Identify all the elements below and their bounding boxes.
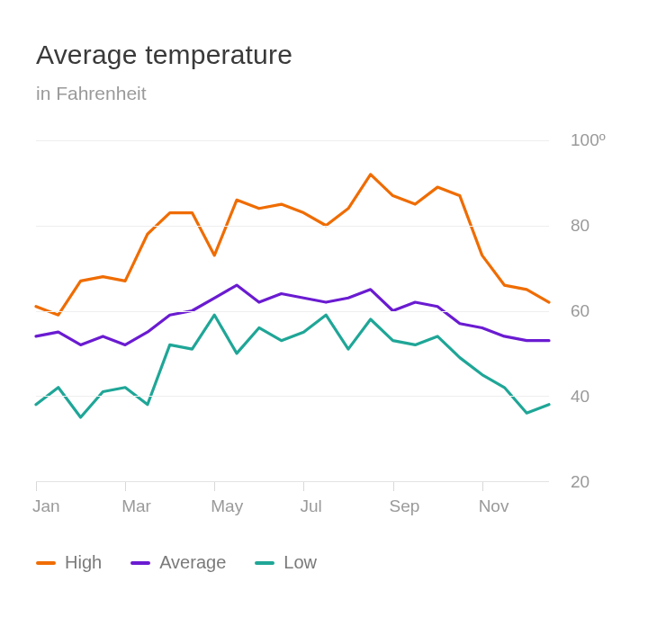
legend-swatch xyxy=(36,561,56,565)
x-axis-label: Jul xyxy=(300,496,321,516)
x-axis-label: Jan xyxy=(32,496,60,516)
chart-title: Average temperature xyxy=(36,40,612,70)
legend-item-high: High xyxy=(36,552,102,573)
legend-label: High xyxy=(65,552,102,573)
chart-subtitle: in Fahrenheit xyxy=(36,83,612,104)
x-tick xyxy=(36,482,37,491)
legend-swatch xyxy=(255,561,274,565)
y-axis-label: 40 xyxy=(558,387,612,407)
x-axis-label: Mar xyxy=(122,496,151,516)
legend-swatch xyxy=(130,561,150,565)
grid-line xyxy=(36,226,549,227)
x-tick xyxy=(125,482,126,491)
grid-line xyxy=(36,396,549,397)
chart-plot-area: 20406080100º xyxy=(36,140,612,482)
y-axis-label: 20 xyxy=(558,472,612,492)
plot-region xyxy=(36,140,549,482)
series-line-low xyxy=(36,315,549,417)
y-axis-label: 60 xyxy=(558,301,612,321)
x-tick xyxy=(482,482,483,491)
legend-label: Low xyxy=(284,552,317,573)
x-axis-label: May xyxy=(211,496,243,516)
grid-line xyxy=(36,140,549,141)
grid-line xyxy=(36,311,549,312)
x-tick xyxy=(214,482,215,491)
x-axis-label: Nov xyxy=(479,496,509,516)
legend-label: Average xyxy=(159,552,226,573)
x-axis: JanMarMayJulSepNov xyxy=(36,482,549,525)
y-axis-label: 80 xyxy=(558,216,612,236)
legend: HighAverageLow xyxy=(36,552,612,573)
legend-item-average: Average xyxy=(130,552,226,573)
legend-item-low: Low xyxy=(255,552,317,573)
chart-card: Average temperature in Fahrenheit 204060… xyxy=(0,0,648,609)
x-tick xyxy=(393,482,394,491)
y-axis-label: 100º xyxy=(558,130,612,150)
x-tick xyxy=(303,482,304,491)
series-line-high xyxy=(36,174,549,315)
x-axis-label: Sep xyxy=(390,496,420,516)
